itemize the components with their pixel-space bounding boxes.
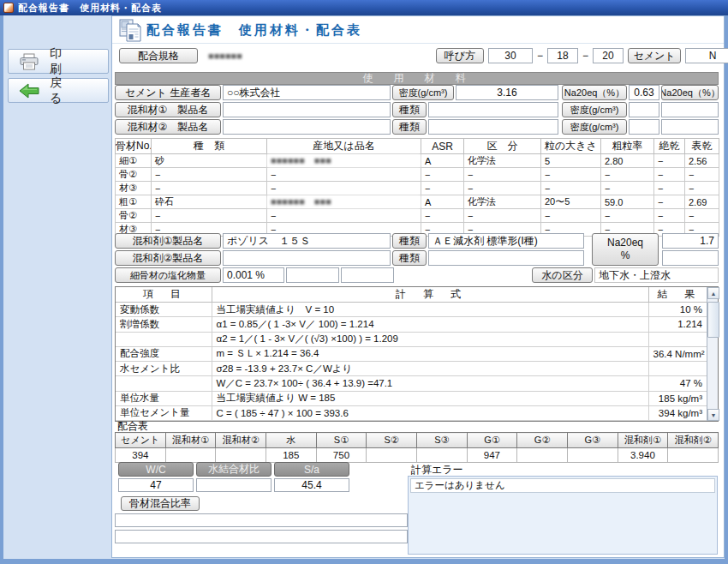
aggregate-blend-field-2[interactable] (115, 530, 408, 543)
na2oeq-button-2[interactable]: Na20eq（%） (661, 85, 719, 100)
naming-row: 呼び方 30 − 18 − 20 セメント N (436, 48, 728, 63)
wc-value-field[interactable]: 47 (118, 478, 194, 492)
chem-admixture1-button[interactable]: 混和剤①製品名 (115, 233, 221, 249)
chloride-extra-field-1[interactable] (286, 267, 339, 283)
mix-value-chem1[interactable]: 3.940 (618, 448, 668, 463)
col-chem2[interactable]: 混和剤② (668, 433, 719, 448)
aggregate-blend-ratio-button[interactable]: 骨材混合比率 (121, 496, 200, 511)
aggregate-row-fine3[interactable]: 材③ − − − − − − − − (116, 182, 719, 195)
admixture-na2oeq-field[interactable]: 1.7 (662, 233, 719, 249)
naming-button[interactable]: 呼び方 (436, 48, 484, 63)
water-binder-ratio-field[interactable] (196, 478, 272, 492)
back-button[interactable]: 戻 る (8, 78, 109, 103)
mix-value-g3[interactable] (567, 448, 618, 463)
fine-aggregate-chloride-button[interactable]: 細骨材の塩化物量 (115, 267, 221, 283)
mix-value-mineral1[interactable] (165, 448, 216, 463)
col-chem1[interactable]: 混和剤① (618, 433, 668, 448)
cement-producer-button[interactable]: セメント 生産者名 (115, 85, 221, 100)
water-category-button[interactable]: 水の区分 (532, 267, 593, 283)
scrollbar-thumb[interactable] (707, 302, 719, 338)
cement-na2oeq-field[interactable]: 0.63 (629, 85, 659, 100)
col-s2[interactable]: S② (367, 433, 417, 448)
col-g2[interactable]: G② (517, 433, 568, 448)
wc-button[interactable]: W/C (118, 462, 194, 477)
naming-slump-field[interactable]: 18 (547, 48, 578, 63)
calc-scrollbar[interactable]: ▲ ▼ (707, 287, 718, 421)
scroll-up-icon[interactable]: ▲ (707, 287, 719, 299)
mineral-admixture2-field[interactable] (223, 119, 391, 135)
print-button[interactable]: 印 刷 (8, 49, 109, 74)
chloride-value-field[interactable]: 0.001 % (223, 267, 284, 283)
mineral-admixture1-button[interactable]: 混和材① 製品名 (115, 102, 221, 117)
naming-strength-field[interactable]: 30 (488, 48, 533, 63)
cement-type-field[interactable]: N (685, 48, 728, 63)
mineral-admixture2-type-button[interactable]: 種類 (392, 119, 427, 135)
mix-value-water[interactable]: 185 (266, 448, 316, 463)
col-cement[interactable]: セメント (116, 433, 166, 448)
col-s3[interactable]: S③ (416, 433, 467, 448)
cement-producer-field[interactable]: ○○株式会社 (223, 85, 391, 100)
mineral-admixture1-density-button[interactable]: 密度(g/cm³) (562, 102, 627, 117)
chem-admixture1-type-field[interactable]: ＡＥ減水剤 標準形(Ⅰ種) (428, 233, 584, 249)
mineral-admixture1-extra-field[interactable] (661, 102, 719, 117)
cell: − (654, 209, 685, 223)
naming-size-field[interactable]: 20 (593, 48, 624, 63)
cement-density-field[interactable]: 3.16 (456, 85, 558, 100)
calc-formula: α1 = 0.85／( 1 -3× V／ 100) = 1.214 (212, 317, 648, 332)
sa-button[interactable]: S/a (274, 462, 349, 477)
mineral-admixture2-density-button[interactable]: 密度(g/cm³) (562, 119, 627, 135)
admixture-na2oeq-button[interactable]: Na20eq % (592, 233, 659, 266)
aggregate-row-coarse1[interactable]: 粗① 砕石 ■■■■■■ ■■■ A 化学法 20〜5 59.0 − 2.69 (116, 195, 719, 209)
mix-value-chem2[interactable] (668, 448, 719, 463)
col-mineral2[interactable]: 混和材② (216, 433, 266, 448)
mineral-admixture1-density-field[interactable] (629, 102, 659, 117)
calc-result (648, 362, 707, 376)
materials-band-title: 使 用 材 料 (115, 72, 719, 85)
page-title: 配合報告書 使用材料・配合表 (146, 22, 362, 39)
mix-value-s3[interactable] (416, 448, 467, 463)
scroll-down-icon[interactable]: ▼ (707, 409, 719, 421)
mineral-admixture2-type-field[interactable] (428, 119, 558, 135)
mineral-admixture1-type-button[interactable]: 種類 (392, 102, 427, 117)
aggregate-row-coarse2[interactable]: 骨② − − − − − − − − (116, 209, 719, 223)
chem-admixture1-type-button[interactable]: 種類 (392, 233, 427, 249)
mix-spec-button[interactable]: 配合規格 (119, 48, 198, 63)
chem-admixture2-type-button[interactable]: 種類 (392, 250, 427, 266)
cell: 骨② (116, 168, 152, 182)
aggregate-row-fine1[interactable]: 細① 砂 ■■■■■■ ■■■ A 化学法 5 2.80 − 2.56 (116, 154, 719, 168)
mix-value-s1[interactable]: 750 (316, 448, 367, 463)
cement-na2oeq-button[interactable]: Na20eq（%） (562, 85, 627, 100)
calc-formula: 当工場実績値より W = 185 (212, 391, 648, 405)
mineral-admixture2-density-field[interactable] (629, 119, 659, 135)
aggregate-row-fine2[interactable]: 骨② − − − − − − − − (116, 168, 719, 182)
mineral-admixture1-type-field[interactable] (428, 102, 558, 117)
col-mineral1[interactable]: 混和材① (165, 433, 216, 448)
col-s1[interactable]: S① (316, 433, 367, 448)
chem-admixture2-type-field[interactable] (428, 250, 584, 266)
cell: 化学法 (464, 154, 541, 168)
aggregate-blend-field-1[interactable] (115, 513, 408, 527)
chem-admixture1-field[interactable]: ポゾリス １５Ｓ (223, 233, 391, 249)
col-g1[interactable]: G① (467, 433, 517, 448)
mix-value-g1[interactable]: 947 (467, 448, 517, 463)
chloride-extra-field-2[interactable] (341, 267, 394, 283)
mineral-admixture1-field[interactable] (223, 102, 391, 117)
cement-density-button[interactable]: 密度(g/cm³) (392, 85, 454, 100)
calc-formula: α2 = 1／( 1 - 3× V／( (√3) ×100) ) = 1.209 (212, 332, 648, 346)
cement-type-button[interactable]: セメント (628, 48, 681, 63)
sa-value-field[interactable]: 45.4 (274, 478, 349, 492)
mix-value-mineral2[interactable] (216, 448, 266, 463)
admixture-na2oeq-field-2[interactable] (662, 250, 719, 266)
mix-value-cement[interactable]: 394 (116, 448, 166, 463)
col-g3[interactable]: G③ (567, 433, 618, 448)
mix-value-g2[interactable] (517, 448, 568, 463)
cell: − (152, 209, 267, 223)
chem-admixture2-field[interactable] (223, 250, 391, 266)
chem-admixture2-button[interactable]: 混和剤②製品名 (115, 250, 221, 266)
mineral-admixture2-extra-field[interactable] (661, 119, 719, 135)
water-binder-ratio-button[interactable]: 水結合材比 (196, 462, 272, 477)
mineral-admixture2-button[interactable]: 混和材② 製品名 (115, 119, 221, 135)
water-category-field[interactable]: 地下水・上澄水 (594, 267, 719, 283)
mix-value-s2[interactable] (367, 448, 417, 463)
col-water[interactable]: 水 (266, 433, 316, 448)
